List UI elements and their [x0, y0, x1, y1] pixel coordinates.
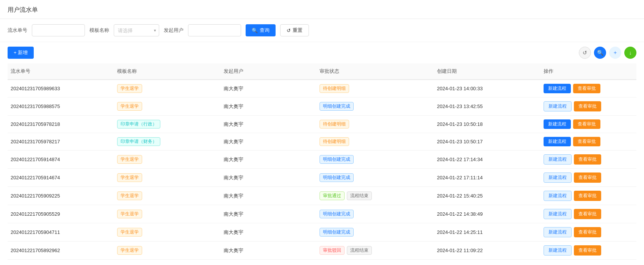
new-flow-button[interactable]: 新建流程 [544, 191, 572, 201]
cell-user: 南大奥宇 [221, 223, 317, 241]
add-label: + 新增 [14, 49, 28, 56]
table-row: 202401221705909225学生退学南大奥宇审批通过流程结束2024-0… [8, 187, 636, 205]
new-flow-button[interactable]: 新建流程 [544, 209, 572, 219]
cell-template: 学生退学 [114, 241, 221, 260]
view-approval-button[interactable]: 查看审批 [574, 154, 601, 165]
template-tag: 学生退学 [117, 191, 142, 200]
template-tag: 学生退学 [117, 210, 142, 218]
refresh-icon-button[interactable]: ↺ [579, 47, 591, 59]
cell-date: 2024-01-22 17:11:14 [434, 169, 541, 187]
new-flow-button[interactable]: 新建流程 [544, 227, 572, 237]
view-approval-button[interactable]: 查看审批 [574, 245, 601, 256]
cell-user: 南大奥宇 [221, 169, 317, 187]
cell-user: 南大奥宇 [221, 205, 317, 223]
cell-serial: 202401221705905529 [8, 205, 114, 223]
status-badge: 待创建明细 [320, 137, 349, 146]
add-icon-button[interactable]: ＋ [609, 47, 621, 59]
cell-serial: 202401231705988575 [8, 97, 114, 116]
add-button[interactable]: + 新增 [8, 47, 34, 59]
query-button[interactable]: 🔍 查询 [246, 24, 276, 36]
serial-input[interactable] [32, 24, 85, 36]
search-icon-button[interactable]: 🔍 [594, 47, 606, 59]
cell-template: 学生退学 [114, 97, 221, 116]
view-approval-button[interactable]: 查看审批 [574, 172, 601, 183]
cell-status: 明细创建完成 [317, 169, 434, 187]
status-badge: 明细创建完成 [320, 155, 354, 164]
reset-icon: ↺ [287, 28, 291, 33]
cell-action: 新建流程查看审批 [541, 80, 636, 97]
view-approval-button[interactable]: 查看审批 [573, 119, 600, 129]
table-row: 202401221705904711学生退学南大奥宇明细创建完成2024-01-… [8, 223, 636, 241]
th-status: 审批状态 [317, 63, 434, 80]
new-flow-button[interactable]: 新建流程 [544, 101, 572, 111]
new-flow-button[interactable]: 新建流程 [544, 84, 571, 93]
new-flow-button[interactable]: 新建流程 [544, 154, 572, 165]
table-row: 202401221705892962学生退学南大奥宇审批驳回流程结束2024-0… [8, 241, 636, 260]
cell-action: 新建流程查看审批 [541, 223, 636, 241]
new-flow-button[interactable]: 新建流程 [544, 172, 572, 183]
cell-user: 南大奥宇 [221, 97, 317, 116]
cell-date: 2024-01-23 14:00:33 [434, 80, 541, 97]
cell-date: 2024-01-23 10:50:17 [434, 133, 541, 151]
cell-user: 南大奥宇 [221, 241, 317, 260]
cell-template: 学生退学 [114, 80, 221, 97]
cell-status: 明细创建完成 [317, 97, 434, 116]
toolbar: + 新增 ↺ 🔍 ＋ ↓ [0, 42, 644, 63]
cell-template: 学生退学 [114, 223, 221, 241]
cell-serial: 202401221705914874 [8, 151, 114, 169]
cell-user: 南大奥宇 [221, 151, 317, 169]
cell-date: 2024-01-22 15:40:25 [434, 187, 541, 205]
template-tag: 学生退学 [117, 102, 142, 111]
table-row: 202401221705914874学生退学南大奥宇明细创建完成2024-01-… [8, 151, 636, 169]
template-tag: 印章申请（行政） [117, 120, 160, 129]
template-select[interactable]: 请选择 [114, 24, 159, 36]
status-badge: 待创建明细 [320, 84, 349, 93]
cell-template: 印章申请（行政） [114, 116, 221, 133]
serial-label: 流水单号 [8, 27, 27, 34]
user-label: 发起用户 [164, 27, 183, 34]
user-input[interactable] [188, 24, 241, 36]
table-header-row: 流水单号 模板名称 发起用户 审批状态 创建日期 操作 [8, 63, 636, 80]
data-table: 流水单号 模板名称 发起用户 审批状态 创建日期 操作 202401231705… [8, 63, 636, 260]
cell-action: 新建流程查看审批 [541, 169, 636, 187]
cell-template: 学生退学 [114, 205, 221, 223]
cell-template: 学生退学 [114, 187, 221, 205]
cell-action: 新建流程查看审批 [541, 205, 636, 223]
cell-status: 待创建明细 [317, 133, 434, 151]
search-icon: 🔍 [252, 28, 258, 33]
view-approval-button[interactable]: 查看审批 [574, 191, 601, 201]
new-flow-button[interactable]: 新建流程 [544, 137, 571, 146]
status-badge: 流程结束 [347, 246, 372, 255]
view-approval-button[interactable]: 查看审批 [574, 209, 601, 219]
reset-button[interactable]: ↺ 重置 [280, 24, 309, 36]
cell-action: 新建流程查看审批 [541, 116, 636, 133]
template-select-wrapper: 请选择 [114, 24, 159, 36]
export-icon-button[interactable]: ↓ [624, 47, 636, 59]
table-row: 202401231705978217印章申请（财务）南大奥宇待创建明细2024-… [8, 133, 636, 151]
new-flow-button[interactable]: 新建流程 [544, 245, 572, 256]
view-approval-button[interactable]: 查看审批 [574, 227, 601, 237]
template-label: 模板名称 [89, 27, 109, 34]
cell-date: 2024-01-23 10:50:18 [434, 116, 541, 133]
cell-serial: 202401231705989633 [8, 80, 114, 97]
query-label: 查询 [260, 27, 270, 34]
table-row: 202401221705914674学生退学南大奥宇明细创建完成2024-01-… [8, 169, 636, 187]
cell-template: 学生退学 [114, 169, 221, 187]
view-approval-button[interactable]: 查看审批 [573, 84, 600, 93]
page-header: 用户流水单 [0, 0, 644, 19]
toolbar-right: ↺ 🔍 ＋ ↓ [579, 47, 636, 59]
filter-bar: 流水单号 模板名称 请选择 发起用户 🔍 查询 ↺ 重置 [0, 19, 644, 42]
page-container: 用户流水单 流水单号 模板名称 请选择 发起用户 🔍 查询 ↺ 重置 + 新增 [0, 0, 644, 265]
table-row: 202401231705978218印章申请（行政）南大奥宇待创建明细2024-… [8, 116, 636, 133]
new-flow-button[interactable]: 新建流程 [544, 119, 571, 129]
th-date: 创建日期 [434, 63, 541, 80]
view-approval-button[interactable]: 查看审批 [573, 137, 600, 146]
status-badge: 明细创建完成 [320, 173, 354, 182]
table-row: 202401231705988575学生退学南大奥宇明细创建完成2024-01-… [8, 97, 636, 116]
status-badge: 流程结束 [347, 191, 372, 200]
th-user: 发起用户 [221, 63, 317, 80]
cell-serial: 202401221705914674 [8, 169, 114, 187]
view-approval-button[interactable]: 查看审批 [574, 101, 601, 111]
status-badge: 明细创建完成 [320, 210, 354, 218]
status-badge: 待创建明细 [320, 120, 349, 129]
